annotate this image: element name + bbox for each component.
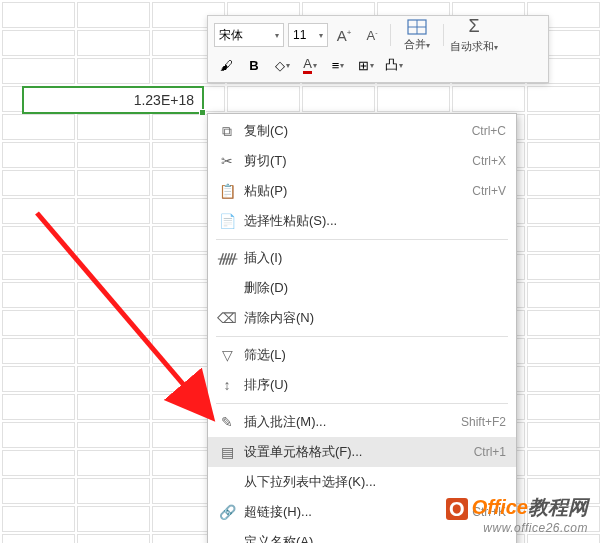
menu-shortcut: Ctrl+C [472,124,506,138]
align-button[interactable]: ≡▾ [326,53,350,77]
menu-separator [216,239,508,240]
menu-shortcut: Ctrl+V [472,184,506,198]
menu-separator [216,336,508,337]
watermark: OOffice教程网 www.office26.com [446,494,588,535]
sigma-icon: Σ [468,16,479,37]
chevron-down-icon: ▾ [399,61,403,70]
menu-paste[interactable]: 📋 粘贴(P) Ctrl+V [208,176,516,206]
menu-label: 复制(C) [238,122,472,140]
menu-label: 超链接(H)... [238,503,472,521]
menu-filter[interactable]: ▽ 筛选(L) [208,340,516,370]
logo-icon: O [446,498,468,520]
chevron-down-icon: ▾ [275,31,279,40]
format-button[interactable]: 凸▾ [382,53,406,77]
autosum-button[interactable]: Σ 自动求和▾ [450,16,498,54]
chevron-down-icon: ▾ [426,41,430,50]
increase-font-icon: A+ [337,27,352,44]
border-icon: ⊞ [358,58,369,73]
sort-icon: ↕ [216,377,238,393]
chevron-down-icon: ▾ [319,31,323,40]
merge-label: 合并 [404,38,426,50]
menu-shortcut: Shift+F2 [461,415,506,429]
menu-label: 设置单元格格式(F)... [238,443,474,461]
paste-icon: 📋 [216,183,238,199]
menu-label: 筛选(L) [238,346,506,364]
menu-label: 清除内容(N) [238,309,506,327]
bold-icon: B [249,58,258,73]
chevron-down-icon: ▾ [313,61,317,70]
menu-label: 从下拉列表中选择(K)... [238,473,506,491]
fill-handle[interactable] [199,109,206,116]
menu-clear[interactable]: ⌫ 清除内容(N) [208,303,516,333]
font-size-select[interactable]: 11 ▾ [288,23,328,47]
menu-shortcut: Ctrl+1 [474,445,506,459]
menu-paste-special[interactable]: 📄 选择性粘贴(S)... [208,206,516,236]
menu-label: 插入(I) [238,249,506,267]
decrease-font-button[interactable]: A- [360,23,384,47]
menu-label: 删除(D) [238,279,506,297]
separator [390,24,391,46]
cut-icon: ✂ [216,153,238,169]
watermark-url: www.office26.com [446,521,588,535]
menu-shortcut: Ctrl+X [472,154,506,168]
menu-format-cells[interactable]: ▤ 设置单元格格式(F)... Ctrl+1 [208,437,516,467]
border-button[interactable]: ⊞▾ [354,53,378,77]
increase-font-button[interactable]: A+ [332,23,356,47]
font-name: 宋体 [219,27,243,44]
selected-cell[interactable]: 1.23E+18 [22,86,204,114]
bucket-icon: ◇ [275,58,285,73]
filter-icon: ▽ [216,347,238,363]
chevron-down-icon: ▾ [370,61,374,70]
menu-delete[interactable]: 删除(D) [208,273,516,303]
watermark-brand-cn: 教程网 [528,496,588,518]
font-select[interactable]: 宋体 ▾ [214,23,284,47]
format-painter-icon: 🖌 [220,58,233,73]
menu-cut[interactable]: ✂ 剪切(T) Ctrl+X [208,146,516,176]
merge-button[interactable]: 合并▾ [397,19,437,52]
menu-label: 剪切(T) [238,152,472,170]
watermark-brand-en: Office [472,496,528,518]
menu-insert[interactable]: ᚏ 插入(I) [208,243,516,273]
copy-icon: ⧉ [216,123,238,140]
paste-special-icon: 📄 [216,213,238,229]
chevron-down-icon: ▾ [286,61,290,70]
comment-icon: ✎ [216,414,238,430]
menu-separator [216,403,508,404]
align-icon: ≡ [332,58,340,73]
menu-insert-comment[interactable]: ✎ 插入批注(M)... Shift+F2 [208,407,516,437]
menu-label: 粘贴(P) [238,182,472,200]
bold-button[interactable]: B [242,53,266,77]
chevron-down-icon: ▾ [340,61,344,70]
menu-sort[interactable]: ↕ 排序(U) [208,370,516,400]
merge-icon [407,19,427,35]
menu-dropdown-pick[interactable]: 从下拉列表中选择(K)... [208,467,516,497]
menu-copy[interactable]: ⧉ 复制(C) Ctrl+C [208,116,516,146]
format-painter-button[interactable]: 🖌 [214,53,238,77]
format-icon: 凸 [385,56,398,74]
menu-label: 插入批注(M)... [238,413,461,431]
font-size: 11 [293,28,306,42]
fill-color-button[interactable]: ◇▾ [270,53,294,77]
decrease-font-icon: A- [366,28,377,43]
menu-label: 排序(U) [238,376,506,394]
clear-icon: ⌫ [216,310,238,326]
mini-toolbar: 宋体 ▾ 11 ▾ A+ A- 合并▾ Σ 自动求和▾ 🖌 B ◇▾ A▾ ≡▾… [207,15,549,83]
chevron-down-icon: ▾ [494,43,498,52]
context-menu: ⧉ 复制(C) Ctrl+C ✂ 剪切(T) Ctrl+X 📋 粘贴(P) Ct… [207,113,517,543]
font-color-icon: A [303,56,312,74]
link-icon: 🔗 [216,504,238,520]
autosum-label: 自动求和 [450,40,494,52]
insert-icon: ᚏ [216,250,238,266]
font-color-button[interactable]: A▾ [298,53,322,77]
menu-label: 选择性粘贴(S)... [238,212,506,230]
format-cells-icon: ▤ [216,444,238,460]
separator [443,24,444,46]
cell-value: 1.23E+18 [134,92,194,108]
